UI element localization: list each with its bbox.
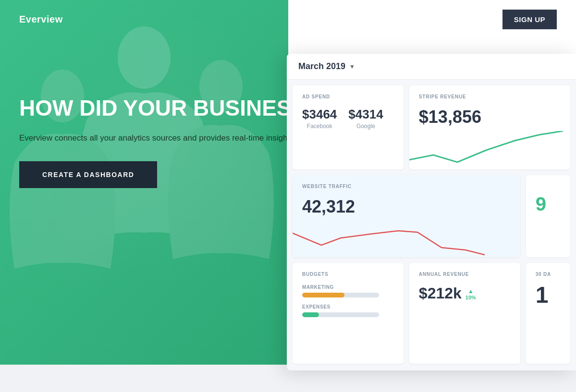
- logo: Everview: [19, 14, 63, 25]
- signup-button[interactable]: SIGN UP: [502, 10, 557, 29]
- facebook-amount: $3464: [302, 107, 337, 122]
- thirty-value: 1: [536, 282, 561, 308]
- expenses-budget: EXPENSES: [302, 304, 394, 317]
- stripe-label: STRIPE REVENUE: [419, 94, 561, 99]
- ne-card: 9: [526, 175, 570, 257]
- annual-revenue-card: ANNUAL REVENUE $212k ▲ 10%: [409, 263, 520, 364]
- traffic-label: WEBSITE TRAFFIC: [302, 184, 511, 189]
- facebook-spend: $3464 Facebook: [302, 107, 337, 130]
- ad-spend-card: AD SPEND $3464 Facebook $4314 Google: [293, 85, 404, 169]
- marketing-budget: MARKETING: [302, 285, 394, 297]
- nav-links: Pricing Sign In SIGN UP: [432, 10, 557, 29]
- create-dashboard-button[interactable]: CREATE A DASHBOARD: [19, 161, 157, 188]
- annual-badge: ▲ 10%: [466, 288, 476, 300]
- stripe-amount: $13,856: [419, 107, 561, 127]
- dashboard-month[interactable]: March 2019: [298, 61, 345, 71]
- dashboard-grid: AD SPEND $3464 Facebook $4314 Google STR…: [287, 80, 576, 369]
- ad-spend-label: AD SPEND: [302, 94, 394, 99]
- marketing-label: MARKETING: [302, 285, 394, 290]
- expenses-bar-fill: [302, 312, 319, 317]
- marketing-bar-bg: [302, 293, 379, 297]
- facebook-label: Facebook: [302, 123, 337, 130]
- annual-label: ANNUAL REVENUE: [419, 272, 511, 277]
- google-spend: $4314 Google: [348, 107, 383, 130]
- stripe-revenue-card: STRIPE REVENUE $13,856: [409, 85, 570, 169]
- dashboard-header: March 2019 ▼: [287, 54, 576, 80]
- signin-link[interactable]: Sign In: [467, 15, 491, 24]
- traffic-chart: [293, 224, 485, 257]
- navbar: Everview Pricing Sign In SIGN UP: [0, 0, 576, 38]
- google-label: Google: [348, 123, 383, 130]
- annual-percent: 10%: [466, 295, 476, 300]
- ad-spend-values: $3464 Facebook $4314 Google: [302, 107, 394, 130]
- budgets-card: BUDGETS MARKETING EXPENSES: [293, 263, 404, 364]
- ne-value: 9: [536, 193, 561, 215]
- arrow-up-icon: ▲: [468, 288, 474, 295]
- google-amount: $4314: [348, 107, 383, 122]
- pricing-link[interactable]: Pricing: [432, 15, 455, 24]
- chevron-down-icon[interactable]: ▼: [349, 63, 355, 70]
- expenses-label: EXPENSES: [302, 304, 394, 309]
- stripe-chart: [409, 131, 563, 169]
- thirty-label: 30 DA: [536, 272, 561, 277]
- website-traffic-card: WEBSITE TRAFFIC 42,312: [293, 175, 520, 257]
- annual-amount: $212k ▲ 10%: [419, 285, 511, 302]
- budgets-label: BUDGETS: [302, 272, 394, 277]
- thirty-day-card: 30 DA 1: [526, 263, 570, 364]
- annual-value: $212k: [419, 285, 462, 302]
- dashboard-panel: March 2019 ▼ AD SPEND $3464 Facebook $43…: [287, 54, 576, 370]
- marketing-bar-fill: [302, 293, 344, 297]
- traffic-value: 42,312: [302, 197, 511, 217]
- expenses-bar-bg: [302, 312, 379, 317]
